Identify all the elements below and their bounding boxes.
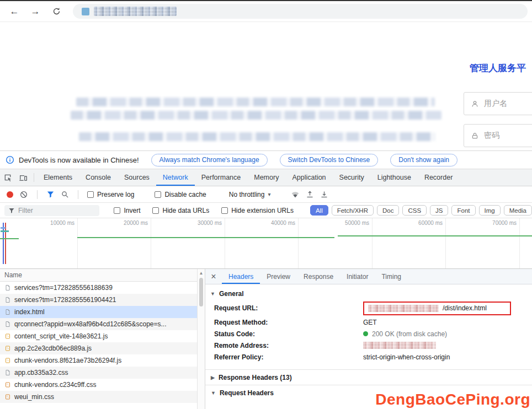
tab-recorder[interactable]: Recorder [418, 169, 459, 186]
gridline [77, 218, 78, 268]
filter-chip-font[interactable]: Font [451, 205, 475, 216]
always-match-language-button[interactable]: Always match Chrome's language [151, 154, 268, 166]
forward-icon[interactable]: → [28, 4, 43, 19]
request-name: services?tm=1728285556188639 [14, 284, 113, 292]
timeline-tick: 40000 ms [271, 220, 298, 226]
tab-application[interactable]: Application [285, 169, 332, 186]
filter-chip-fetch-xhr[interactable]: Fetch/XHR [332, 205, 374, 216]
table-row[interactable]: app.cb335a32.css [0, 367, 197, 379]
throttling-dropdown[interactable]: No throttling ▾ [229, 191, 271, 198]
network-panel-body: Name services?tm=1728285556188639 servic… [0, 269, 532, 409]
waterfall-bar [1, 227, 6, 229]
request-type-filters: All Fetch/XHR Doc CSS JS Font Img Media [310, 205, 532, 216]
script-icon [4, 357, 11, 364]
tab-elements[interactable]: Elements [37, 169, 79, 186]
infobar-message: DevTools is now available in Chinese! [19, 156, 139, 164]
field-label: Request Method: [214, 319, 363, 326]
spacer [205, 363, 532, 369]
filter-chip-all[interactable]: All [310, 205, 328, 216]
table-row[interactable]: services?tm=1728285556188639 [0, 282, 197, 294]
filter-chip-doc[interactable]: Doc [377, 205, 399, 216]
referrer-policy-value: strict-origin-when-cross-origin [363, 353, 450, 361]
preserve-log-checkbox[interactable]: Preserve log [87, 191, 134, 198]
filter-funnel-icon[interactable] [46, 190, 55, 198]
table-row[interactable]: chunk-vendors.c234c9ff.css [0, 379, 197, 391]
tab-memory[interactable]: Memory [247, 169, 285, 186]
status-code-value: 200 OK (from disk cache) [372, 330, 447, 338]
table-row[interactable]: services?tm=17282855561904421 [0, 294, 197, 306]
request-name: index.html [14, 308, 45, 316]
inspect-element-icon[interactable] [0, 169, 15, 186]
table-row-selected[interactable]: index.html [0, 306, 197, 318]
tab-timing[interactable]: Timing [375, 269, 408, 284]
section-title: Request Headers [220, 389, 274, 397]
address-bar[interactable] [73, 4, 528, 19]
request-name: app.2c2e3cdb06ec889a.js [14, 345, 92, 352]
filter-input-wrap [4, 205, 99, 216]
clear-icon[interactable] [19, 190, 28, 199]
table-row[interactable]: content_script_vite-148e3621.js [0, 330, 197, 342]
filter-chip-css[interactable]: CSS [402, 205, 427, 216]
export-har-icon[interactable] [320, 190, 328, 198]
name-column-header[interactable]: Name [0, 269, 197, 282]
network-conditions-icon[interactable] [291, 190, 300, 199]
table-row[interactable]: app.2c2e3cdb06ec889a.js [0, 342, 197, 354]
gridline [225, 218, 225, 268]
scrollbar-thumb[interactable] [199, 278, 203, 306]
password-field[interactable]: 密码 [464, 124, 532, 147]
switch-devtools-chinese-button[interactable]: Switch DevTools to Chinese [280, 154, 379, 166]
reload-icon[interactable] [49, 4, 64, 19]
tab-console[interactable]: Console [79, 169, 118, 186]
search-icon[interactable] [61, 190, 69, 198]
timeline-tick: 20000 ms [124, 220, 151, 226]
table-row[interactable]: qrconnect?appid=wx48af96b4cd12c685&scope… [0, 318, 197, 330]
checkbox-icon [114, 207, 120, 214]
record-icon[interactable] [7, 191, 13, 198]
back-icon[interactable]: ← [7, 4, 22, 19]
referrer-policy-row: Referrer Policy: strict-origin-when-cros… [205, 351, 532, 363]
response-headers-section[interactable]: ▶ Response Headers (13) [205, 369, 532, 385]
import-har-icon[interactable] [306, 190, 314, 198]
scrollbar[interactable]: ▲ [198, 269, 205, 409]
invert-checkbox[interactable]: Invert [114, 207, 140, 214]
table-row[interactable]: chunk-vendors.8f621ae73b26294f.js [0, 354, 197, 367]
checkbox-icon [155, 191, 161, 198]
tab-performance[interactable]: Performance [195, 169, 248, 186]
waterfall-bar [338, 235, 532, 236]
tab-lighthouse[interactable]: Lighthouse [371, 169, 418, 186]
tab-preview[interactable]: Preview [260, 269, 297, 284]
tab-security[interactable]: Security [333, 169, 371, 186]
filter-chip-js[interactable]: JS [430, 205, 448, 216]
checkbox-icon [87, 191, 94, 198]
close-icon[interactable]: × [205, 269, 222, 284]
gridline [372, 218, 373, 268]
dont-show-again-button[interactable]: Don't show again [390, 154, 457, 166]
network-overview-timeline[interactable]: 10000 ms 20000 ms 30000 ms 40000 ms 5000… [0, 218, 532, 269]
filter-chip-media[interactable]: Media [504, 205, 532, 216]
hide-data-urls-checkbox[interactable]: Hide data URLs [152, 207, 209, 214]
tab-initiator[interactable]: Initiator [340, 269, 375, 284]
scroll-up-icon[interactable]: ▲ [198, 271, 205, 276]
request-name: qrconnect?appid=wx48af96b4cd12c685&scope… [14, 320, 167, 328]
tab-network[interactable]: Network [156, 169, 195, 186]
timeline-tick: 50000 ms [345, 220, 372, 226]
tab-sources[interactable]: Sources [118, 169, 156, 186]
gridline [151, 218, 151, 268]
device-toolbar-icon[interactable] [15, 169, 31, 186]
tab-headers[interactable]: Headers [222, 269, 260, 284]
filter-chip-img[interactable]: Img [479, 205, 501, 216]
table-row[interactable]: weui_min.css [0, 391, 197, 403]
password-placeholder: 密码 [484, 131, 499, 141]
general-section-header[interactable]: ▼ General [205, 288, 532, 300]
username-field[interactable]: 用户名 [464, 92, 532, 115]
load-event-marker [5, 223, 6, 264]
disable-cache-checkbox[interactable]: Disable cache [155, 191, 206, 198]
document-icon [4, 308, 11, 316]
request-url-value: /dist/index.html [443, 304, 487, 312]
hide-extension-urls-checkbox[interactable]: Hide extension URLs [221, 207, 294, 214]
section-title: General [219, 290, 244, 298]
filter-input[interactable] [18, 207, 95, 214]
tab-response[interactable]: Response [297, 269, 340, 284]
site-favicon [82, 8, 89, 15]
gridline [298, 218, 299, 268]
